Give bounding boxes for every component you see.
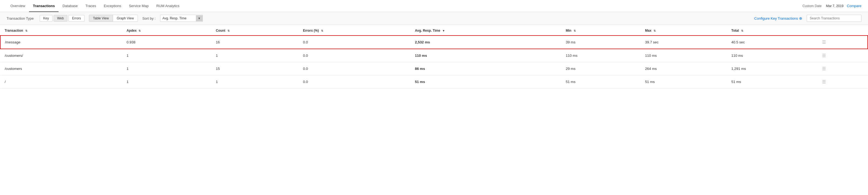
- th-avg-resp-time-sort-icon: ▼: [442, 29, 445, 32]
- td-max: 39.7 sec: [641, 36, 727, 49]
- table-view-button[interactable]: Table View: [89, 15, 113, 22]
- td-avg_resp_time: 2,532 ms: [410, 36, 561, 49]
- view-buttons: Table View Graph View: [89, 15, 138, 22]
- td-transaction: /message: [0, 36, 122, 49]
- sort-select[interactable]: Avg. Resp. Time Apdex Count Errors (%): [160, 15, 196, 22]
- th-apdex-label: Apdex: [126, 29, 136, 33]
- th-min-sort-icon: ⇅: [574, 29, 576, 32]
- th-max[interactable]: Max ⇅: [641, 25, 727, 36]
- table-row[interactable]: /customers/110.0110 ms110 ms110 ms110 ms…: [0, 49, 868, 62]
- td-avg_resp_time: 86 ms: [410, 62, 561, 75]
- table-header-row: Transaction ⇅ Apdex ⇅ Count ⇅ Errors (%)…: [0, 25, 868, 36]
- configure-plus-icon: ⊕: [799, 16, 802, 21]
- th-min-label: Min: [566, 29, 571, 33]
- th-total[interactable]: Total ⇅: [727, 25, 818, 36]
- td-count: 1: [212, 49, 299, 62]
- transaction-type-label: Transaction Type: [6, 16, 34, 21]
- td-transaction: /customers/: [0, 49, 122, 62]
- td-total: 1,291 ms: [727, 62, 818, 75]
- td-min: 110 ms: [561, 49, 641, 62]
- transaction-type-buttons: Key Web Errors: [40, 15, 85, 22]
- td-min: 51 ms: [561, 75, 641, 88]
- nav-tab-database[interactable]: Database: [59, 0, 82, 12]
- sort-dropdown-arrow-icon: ▼: [196, 15, 203, 21]
- th-min[interactable]: Min ⇅: [561, 25, 641, 36]
- th-max-label: Max: [645, 29, 651, 33]
- th-avg-resp-time[interactable]: Avg. Resp. Time ▼: [410, 25, 561, 36]
- td-count: 16: [212, 36, 299, 49]
- td-row-menu[interactable]: ☰: [818, 49, 868, 62]
- top-navigation: Overview Transactions Database Traces Ex…: [0, 0, 868, 12]
- type-errors-button[interactable]: Errors: [68, 15, 85, 22]
- td-min: 29 ms: [561, 62, 641, 75]
- td-total: 51 ms: [727, 75, 818, 88]
- toolbar: Transaction Type Key Web Errors Table Vi…: [0, 12, 868, 25]
- td-min: 39 ms: [561, 36, 641, 49]
- td-max: 264 ms: [641, 62, 727, 75]
- td-apdex: 1: [122, 75, 211, 88]
- td-total: 110 ms: [727, 49, 818, 62]
- th-max-sort-icon: ⇅: [653, 29, 656, 32]
- td-apdex: 1: [122, 49, 211, 62]
- td-transaction: /: [0, 75, 122, 88]
- th-total-sort-icon: ⇅: [741, 29, 743, 32]
- td-count: 1: [212, 75, 299, 88]
- table-row[interactable]: /message0.938160.02,532 ms39 ms39.7 sec4…: [0, 36, 868, 49]
- type-web-button[interactable]: Web: [54, 15, 67, 22]
- td-errors: 0.0: [299, 36, 410, 49]
- nav-right-controls: Custom Date Mar 7, 2019 Compare: [802, 4, 862, 8]
- td-apdex: 1: [122, 62, 211, 75]
- th-transaction-label: Transaction: [5, 29, 23, 33]
- compare-button[interactable]: Compare: [847, 4, 862, 8]
- table-row[interactable]: /110.051 ms51 ms51 ms51 ms☰: [0, 75, 868, 88]
- sort-select-wrapper[interactable]: Avg. Resp. Time Apdex Count Errors (%) ▼: [160, 15, 203, 22]
- td-row-menu[interactable]: ☰: [818, 36, 868, 49]
- td-count: 15: [212, 62, 299, 75]
- nav-tab-service-map[interactable]: Service Map: [125, 0, 152, 12]
- th-transaction[interactable]: Transaction ⇅: [0, 25, 122, 36]
- th-count[interactable]: Count ⇅: [212, 25, 299, 36]
- configure-key-label: Configure Key Transactions: [754, 16, 798, 21]
- td-max: 51 ms: [641, 75, 727, 88]
- nav-tab-rum-analytics[interactable]: RUM Analytics: [152, 0, 183, 12]
- td-max: 110 ms: [641, 49, 727, 62]
- sort-label: Sort by :: [142, 16, 155, 21]
- td-row-menu[interactable]: ☰: [818, 62, 868, 75]
- th-avg-resp-time-label: Avg. Resp. Time: [415, 29, 440, 33]
- th-errors[interactable]: Errors (%) ⇅: [299, 25, 410, 36]
- nav-tab-list: Overview Transactions Database Traces Ex…: [6, 0, 183, 12]
- th-count-sort-icon: ⇅: [227, 29, 229, 32]
- th-apdex-sort-icon: ⇅: [138, 29, 141, 32]
- table-row[interactable]: /customers1150.086 ms29 ms264 ms1,291 ms…: [0, 62, 868, 75]
- td-errors: 0.0: [299, 62, 410, 75]
- td-row-menu[interactable]: ☰: [818, 75, 868, 88]
- th-actions: [818, 25, 868, 36]
- th-errors-sort-icon: ⇅: [321, 29, 323, 32]
- td-transaction: /customers: [0, 62, 122, 75]
- nav-tab-exceptions[interactable]: Exceptions: [100, 0, 125, 12]
- type-key-button[interactable]: Key: [40, 15, 53, 22]
- td-apdex: 0.938: [122, 36, 211, 49]
- custom-date-label: Custom Date: [802, 4, 822, 8]
- td-errors: 0.0: [299, 75, 410, 88]
- transactions-table-container: Transaction ⇅ Apdex ⇅ Count ⇅ Errors (%)…: [0, 25, 868, 88]
- th-apdex[interactable]: Apdex ⇅: [122, 25, 211, 36]
- graph-view-button[interactable]: Graph View: [113, 15, 137, 22]
- th-errors-label: Errors (%): [303, 29, 319, 33]
- nav-tab-transactions[interactable]: Transactions: [29, 0, 59, 12]
- th-count-label: Count: [216, 29, 225, 33]
- td-total: 40.5 sec: [727, 36, 818, 49]
- nav-tab-traces[interactable]: Traces: [82, 0, 100, 12]
- custom-date-value: Mar 7, 2019: [826, 4, 843, 8]
- th-total-label: Total: [731, 29, 739, 33]
- td-avg_resp_time: 51 ms: [410, 75, 561, 88]
- td-errors: 0.0: [299, 49, 410, 62]
- configure-key-transactions-link[interactable]: Configure Key Transactions ⊕: [754, 16, 802, 21]
- search-transactions-input[interactable]: [807, 15, 862, 22]
- nav-tab-overview[interactable]: Overview: [6, 0, 29, 12]
- th-transaction-sort-icon: ⇅: [25, 29, 27, 32]
- transactions-table: Transaction ⇅ Apdex ⇅ Count ⇅ Errors (%)…: [0, 25, 868, 88]
- td-avg_resp_time: 110 ms: [410, 49, 561, 62]
